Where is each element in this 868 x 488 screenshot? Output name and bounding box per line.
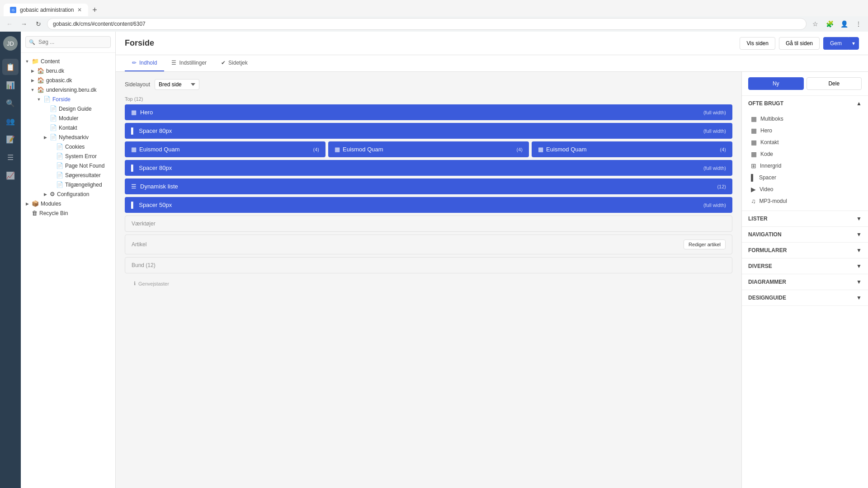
col-block-2[interactable]: ▦ Euismod Quam (4): [532, 141, 732, 157]
sidebar-item-system-error[interactable]: 📄 System Error: [21, 151, 115, 161]
tab-indstillinger[interactable]: ☰ Indstillinger: [164, 55, 214, 71]
dynamisk-block-left: ☰ Dynamisk liste: [131, 183, 178, 190]
rail-content-icon[interactable]: 📋: [2, 59, 19, 75]
sidebar-label-content: Content: [41, 58, 60, 65]
panel-section-diverse: DIVERSE ▼: [742, 258, 868, 274]
panel-item-video[interactable]: ▶ Video: [748, 183, 862, 195]
panel-section-header-navigation[interactable]: NAVIGATION ▼: [742, 227, 868, 242]
back-button[interactable]: ←: [4, 18, 15, 30]
rail-search-icon[interactable]: 🔍: [2, 95, 19, 111]
spacer-icon: [49, 154, 54, 159]
panel-item-kontakt[interactable]: ▦ Kontakt: [748, 136, 862, 148]
panel-item-spacer[interactable]: ▌ Spacer: [748, 172, 862, 183]
spacer-icon: [49, 182, 54, 188]
sidebar-item-modules[interactable]: ▶ 📦 Modules: [21, 199, 115, 208]
rail-users-icon[interactable]: 👥: [2, 113, 19, 129]
spacer-icon: [42, 116, 48, 121]
spacer3-block[interactable]: ▌ Spacer 50px (full width): [125, 197, 732, 213]
search-input[interactable]: [25, 36, 111, 48]
sidebar-label-cookies: Cookies: [65, 144, 85, 150]
panel-section-designguide: DESIGNGUIDE ▼: [742, 290, 868, 306]
panel-section-header-lister[interactable]: LISTER ▼: [742, 211, 868, 226]
profile-button[interactable]: 👤: [838, 18, 850, 30]
sidebar-item-configuration[interactable]: ▶ ⚙ Configuration: [21, 189, 115, 199]
sidebar-item-tilgaengelighed[interactable]: 📄 Tilgængelighed: [21, 180, 115, 189]
panel-item-hero-label: Hero: [760, 127, 772, 134]
rail-menu-icon[interactable]: ☰: [2, 149, 19, 165]
ga-til-siden-button[interactable]: Gå til siden: [779, 37, 820, 50]
panel-section-header-formularer[interactable]: FORMULARER ▼: [742, 243, 868, 258]
mp3-icon: ♫: [751, 197, 756, 205]
close-tab-btn[interactable]: ✕: [77, 7, 82, 13]
panel-item-kode[interactable]: ▦ Kode: [748, 148, 862, 160]
user-avatar[interactable]: JD: [3, 36, 18, 51]
sidebar-item-page-not-found[interactable]: 📄 Page Not Found: [21, 161, 115, 170]
panel-section-lister: LISTER ▼: [742, 211, 868, 227]
panel-section-label-lister: LISTER: [748, 216, 768, 222]
active-tab[interactable]: G gobasic administration ✕: [4, 4, 88, 16]
sidebar-label-system-error: System Error: [65, 153, 97, 160]
layout-select[interactable]: Bred side Smal side Fuld bredde: [155, 79, 199, 90]
sidebar-item-forside[interactable]: ▼ 📄 Forside: [21, 94, 115, 104]
panel-section-header-designguide[interactable]: DESIGNGUIDE ▼: [742, 290, 868, 305]
sidebar-item-cookies[interactable]: 📄 Cookies: [21, 142, 115, 151]
menu-button[interactable]: ⋮: [853, 18, 864, 30]
col-block-0[interactable]: ▦ Euismod Quam (4): [125, 141, 326, 157]
hero-block-suffix: (full width): [703, 110, 726, 115]
new-tab-button[interactable]: +: [88, 4, 101, 16]
spacer3-block-suffix: (full width): [703, 202, 726, 208]
tab-sidetjek[interactable]: ✔ Sidetjek: [214, 55, 255, 71]
panel-section-label-ofte-brugt: OFTE BRUGT: [748, 100, 783, 107]
sidebar-item-beru[interactable]: ▶ 🏠 beru.dk: [21, 66, 115, 75]
tab-indhold[interactable]: ✏ Indhold: [125, 55, 164, 71]
bookmark-button[interactable]: ☆: [809, 18, 821, 30]
panel-section-header-ofte-brugt[interactable]: OFTE BRUGT ▲: [742, 96, 868, 111]
panel-item-mp3[interactable]: ♫ MP3-modul: [748, 195, 862, 207]
reload-button[interactable]: ↻: [33, 18, 44, 30]
sidebar-label-gobasic: gobasic.dk: [46, 77, 72, 84]
dynamisk-block[interactable]: ☰ Dynamisk liste (12): [125, 178, 732, 194]
panel-section-label-designguide: DESIGNGUIDE: [748, 295, 786, 301]
spacer1-block-left: ▌ Spacer 80px: [131, 127, 172, 134]
rail-edit-icon[interactable]: 📝: [2, 131, 19, 147]
vis-siden-button[interactable]: Vis siden: [740, 37, 775, 50]
panel-section-header-diagrammer[interactable]: DIAGRAMMER ▼: [742, 274, 868, 290]
sidebar-item-nyhedsarkiv[interactable]: ▶ 📄 Nyhedsarkiv: [21, 132, 115, 142]
rediger-artikel-button[interactable]: Rediger artikel: [684, 239, 726, 249]
spacer1-block[interactable]: ▌ Spacer 80px (full width): [125, 123, 732, 139]
sidebar-item-content[interactable]: ▼ 📁 Content: [21, 56, 115, 66]
panel-ny-button[interactable]: Ny: [748, 77, 804, 90]
package-icon: 📦: [32, 200, 39, 207]
sidebar-item-kontakt[interactable]: 📄 Kontakt: [21, 123, 115, 132]
sidebar-item-gobasic[interactable]: ▶ 🏠 gobasic.dk: [21, 75, 115, 85]
sidebar-item-undervisning[interactable]: ▼ 🏠 undervisning.beru.dk: [21, 85, 115, 94]
page-icon: 📄: [43, 96, 51, 103]
content-main: Sidelayout Bred side Smal side Fuld bred…: [116, 72, 741, 488]
spacer3-block-label: Spacer 50px: [139, 202, 172, 208]
sidebar-item-soegeresultater[interactable]: 📄 Søgeresultater: [21, 170, 115, 180]
sidebar-label-kontakt: Kontakt: [59, 125, 77, 131]
chevron-down-icon: ▼: [36, 97, 42, 102]
address-bar[interactable]: gobasic.dk/cms/#content/content/6307: [47, 18, 807, 30]
gem-button[interactable]: Gem: [823, 37, 848, 50]
panel-item-innergrid[interactable]: ⊞ Innergrid: [748, 160, 862, 172]
panel-item-hero[interactable]: ▦ Hero: [748, 125, 862, 136]
rail-analytics-icon[interactable]: 📈: [2, 167, 19, 183]
spacer2-block[interactable]: ▌ Spacer 80px (full width): [125, 160, 732, 176]
col-block-1[interactable]: ▦ Euismod Quam (4): [328, 141, 529, 157]
page-icon: 📄: [56, 143, 63, 150]
panel-section-header-diverse[interactable]: DIVERSE ▼: [742, 258, 868, 274]
sidebar-label-moduler: Moduler: [59, 115, 78, 122]
rail-chart-icon[interactable]: 📊: [2, 77, 19, 93]
forward-button[interactable]: →: [18, 18, 30, 30]
spacer-icon: [49, 163, 54, 169]
sidebar-item-moduler[interactable]: 📄 Moduler: [21, 113, 115, 123]
panel-item-video-label: Video: [760, 186, 773, 192]
gem-dropdown-button[interactable]: ▾: [848, 37, 859, 50]
sidebar-item-design-guide[interactable]: 📄 Design Guide: [21, 104, 115, 113]
sidebar-item-recycle-bin[interactable]: 🗑 Recycle Bin: [21, 208, 115, 218]
panel-item-multiboks[interactable]: ▦ Multiboks: [748, 113, 862, 125]
hero-block[interactable]: ▦ Hero (full width): [125, 104, 732, 120]
extension-button[interactable]: 🧩: [824, 18, 835, 30]
panel-dele-button[interactable]: Dele: [807, 77, 862, 90]
